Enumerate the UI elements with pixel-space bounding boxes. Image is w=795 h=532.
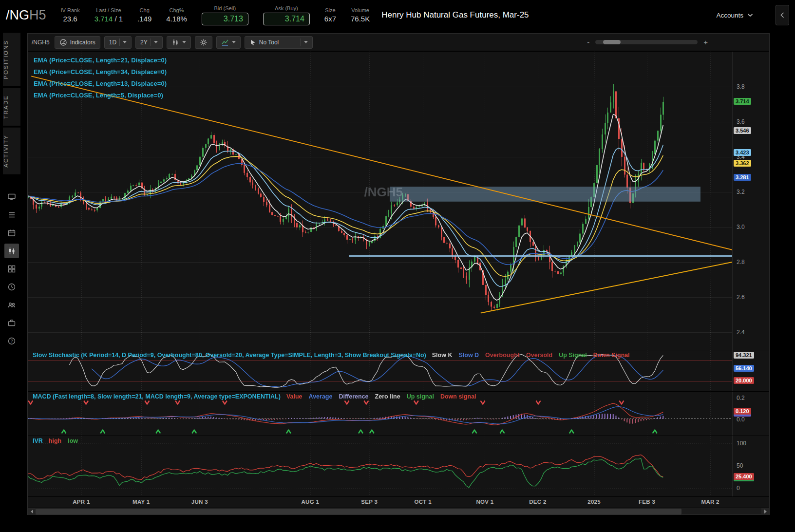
time-axis[interactable]: APR 1MAY 1JUN 3AUG 1SEP 3OCT 1NOV 1DEC 2… [28,497,732,508]
value-bubble: 3.281 [734,174,751,181]
chart-scrollbar[interactable] [28,508,769,514]
tool-label: No Tool [259,39,279,46]
legend-oversold: Oversold [526,352,552,359]
stochastic-plot[interactable]: Slow Stochastic (K Period=14, D Period=9… [28,350,732,391]
time-axis-label: APR 1 [73,499,90,505]
patterns-dropdown[interactable] [216,36,241,49]
range-value: 2Y [140,39,148,46]
timeframe-dropdown[interactable]: 1D [104,36,132,49]
help-icon[interactable]: ? [4,334,19,348]
grid-icon[interactable] [4,262,19,276]
symbol-suffix: H5 [29,8,46,22]
axis-tick: 2.6 [737,294,745,301]
accounts-menu[interactable]: Accounts [716,12,753,19]
toolbox-icon[interactable] [4,316,19,330]
chart-toolbar: /NGH5 Indicators 1D 2Y [28,34,769,51]
ivr-panel: IVR highlow 10050025.400 [28,436,769,496]
time-axis-label: FEB 3 [639,499,655,505]
scroll-right-button[interactable] [761,508,769,515]
ask-button[interactable]: 3.714 [263,13,310,25]
chevron-down-icon [232,41,236,43]
macd-legend: ValueAverageDifferenceZero lineUp signal… [286,393,476,400]
triangle-left-icon [31,510,33,513]
zoom-out-button[interactable]: - [587,38,589,46]
patterns-icon [221,38,229,46]
bid-button[interactable]: 3.713 [202,13,248,25]
zoom-in-button[interactable]: + [703,38,708,46]
left-sidebar: POSITIONS TRADE ACTIVITY ? [0,30,23,515]
range-dropdown[interactable]: 2Y [135,36,163,49]
ivr-canvas[interactable] [28,436,732,496]
legend-up-signal: Up Signal [559,352,587,359]
volume-value: 76.5K [351,15,370,23]
studies-icon [59,38,67,46]
last-size-field: Last / Size 3.714 / 1 [95,7,123,23]
ivr-axis: 10050025.400 [732,436,769,496]
ema-study-label: EMA (Price=CLOSE, Length=5, Displace=0) [34,92,167,99]
macd-axis: 0.20.00.0850.1030.120 [732,392,769,436]
drawing-tool-dropdown[interactable]: No Tool [245,36,313,49]
iv-rank-field: IV Rank 23.6 [61,7,80,23]
time-axis-label: MAY 1 [132,499,150,505]
sidebar-tab-activity[interactable]: ACTIVITY [3,128,20,174]
volume-field: Volume 76.5K [351,7,370,23]
stochastic-label-row: Slow Stochastic (K Period=14, D Period=9… [33,352,630,359]
indicators-button[interactable]: Indicators [55,36,100,49]
axis-tick: 0 [737,485,740,492]
clock-icon[interactable] [4,280,19,294]
legend-high: high [49,437,61,444]
value-bubble: 3.714 [734,98,751,105]
time-axis-label: SEP 3 [361,499,378,505]
watchlist-icon[interactable] [4,208,19,222]
volume-label: Volume [351,7,369,13]
value-bubble: 0.120 [734,408,751,415]
chart-icon[interactable] [4,244,19,258]
time-axis-label: 2025 [587,499,601,505]
sidebar-tab-positions[interactable]: POSITIONS [3,33,20,86]
last-size: / 1 [114,15,123,23]
value-bubble: 25.400 [734,473,754,480]
bid-label: Bid (Sell) [214,5,236,11]
timeframe-value: 1D [109,39,116,46]
axis-tick: 2.8 [737,259,745,266]
price-plot[interactable]: /NGH5 EMA (Price=CLOSE, Length=21, Displ… [28,52,732,350]
calendar-icon[interactable] [4,226,19,240]
legend-up-signal: Up signal [407,393,434,400]
sidebar-icon-strip: ? [4,190,19,348]
scroll-left-button[interactable] [28,508,36,515]
chart-type-dropdown[interactable] [167,36,191,49]
contract-title: Henry Hub Natural Gas Futures, Mar-25 [381,10,529,20]
sidebar-tab-trade[interactable]: TRADE [3,88,20,126]
axis-tick: 0.2 [737,395,745,401]
quote-header: /NGH5 IV Rank 23.6 Last / Size 3.714 / 1… [0,0,795,30]
toolbar-symbol: /NGH5 [32,39,50,46]
bid-field: Bid (Sell) 3.713 [202,5,248,25]
axis-tick: 3.6 [737,118,745,125]
axis-tick: 3.8 [737,83,745,90]
svg-text:?: ? [11,339,13,343]
legend-down-signal: Down Signal [593,352,630,359]
zoom-slider[interactable] [595,40,698,44]
accounts-label: Accounts [716,12,743,19]
value-bubble: 94.321 [734,352,754,359]
watermark: /NGH5 [364,184,402,199]
chg-value: .149 [137,15,151,23]
price-axis[interactable]: 3.83.63.43.23.02.82.62.43.7143.5463.4233… [732,52,769,350]
legend-value: Value [286,393,303,400]
collapse-panel-button[interactable] [776,5,789,25]
symbol: /NGH5 [6,8,46,23]
chg-label: Chg [140,7,150,13]
cursor-icon [249,39,256,46]
monitor-icon[interactable] [4,190,19,204]
axis-corner [732,497,769,508]
settings-button[interactable] [195,36,212,49]
zoom-slider-thumb[interactable] [603,40,621,44]
iv-rank-label: IV Rank [61,7,80,13]
axis-tick: 50 [737,462,743,469]
chevron-down-icon [304,41,308,43]
ivr-plot[interactable]: IVR highlow [28,436,732,496]
people-icon[interactable] [4,298,19,312]
scrollbar-thumb[interactable] [36,509,681,514]
macd-plot[interactable]: MACD (Fast length=8, Slow length=21, MAC… [28,392,732,436]
scrollbar-track[interactable] [36,508,761,515]
